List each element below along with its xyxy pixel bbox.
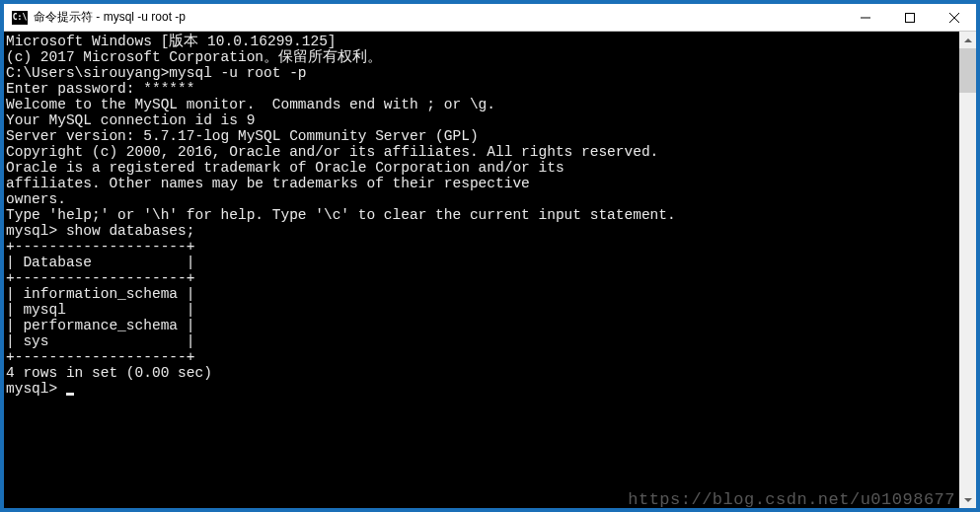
svg-marker-4 [964,38,972,42]
terminal-line: | Database | [6,255,959,270]
cmd-icon: C:\ [12,11,28,25]
minimize-button[interactable] [843,4,887,31]
terminal-line: +--------------------+ [6,349,959,365]
terminal-line: | sys | [6,333,959,349]
chevron-up-icon [964,38,972,42]
close-button[interactable] [932,4,976,31]
terminal-line: Microsoft Windows [版本 10.0.16299.125] [6,34,959,49]
maximize-button[interactable] [887,4,932,31]
chevron-down-icon [964,498,972,502]
terminal-line: +--------------------+ [6,239,959,255]
terminal-line: Type 'help;' or '\h' for help. Type '\c'… [6,207,959,223]
terminal-line: mysql> show databases; [6,223,959,239]
window-controls [843,4,976,31]
terminal-area: Microsoft Windows [版本 10.0.16299.125](c)… [4,32,976,508]
vertical-scrollbar[interactable] [959,32,976,508]
terminal-line: Server version: 5.7.17-log MySQL Communi… [6,128,959,144]
terminal-line: Enter password: ****** [6,81,959,97]
svg-marker-5 [964,498,972,502]
terminal-output[interactable]: Microsoft Windows [版本 10.0.16299.125](c)… [4,32,959,508]
scroll-down-button[interactable] [959,491,976,508]
terminal-line: Your MySQL connection id is 9 [6,112,959,128]
scrollbar-thumb[interactable] [959,48,976,93]
terminal-line: Welcome to the MySQL monitor. Commands e… [6,97,959,112]
scroll-up-button[interactable] [959,32,976,48]
window-title: 命令提示符 - mysql -u root -p [34,9,843,26]
terminal-line: | information_schema | [6,286,959,302]
terminal-line: Oracle is a registered trademark of Orac… [6,160,959,176]
cursor [66,393,74,396]
titlebar[interactable]: C:\ 命令提示符 - mysql -u root -p [4,4,976,32]
terminal-line: | mysql | [6,302,959,318]
terminal-line: C:\Users\sirouyang>mysql -u root -p [6,65,959,81]
terminal-prompt: mysql> [6,381,66,397]
terminal-line: (c) 2017 Microsoft Corporation。保留所有权利。 [6,49,959,65]
watermark-text: https://blog.csdn.net/u01098677 [628,492,955,508]
terminal-line: affiliates. Other names may be trademark… [6,176,959,191]
terminal-line: 4 rows in set (0.00 sec) [6,365,959,381]
command-prompt-window: C:\ 命令提示符 - mysql -u root -p Microsoft W… [4,4,976,508]
svg-rect-1 [905,13,914,22]
terminal-line: | performance_schema | [6,318,959,333]
terminal-line: owners. [6,191,959,207]
terminal-line: +--------------------+ [6,270,959,286]
terminal-prompt-line: mysql> [6,381,959,397]
terminal-line: Copyright (c) 2000, 2016, Oracle and/or … [6,144,959,160]
